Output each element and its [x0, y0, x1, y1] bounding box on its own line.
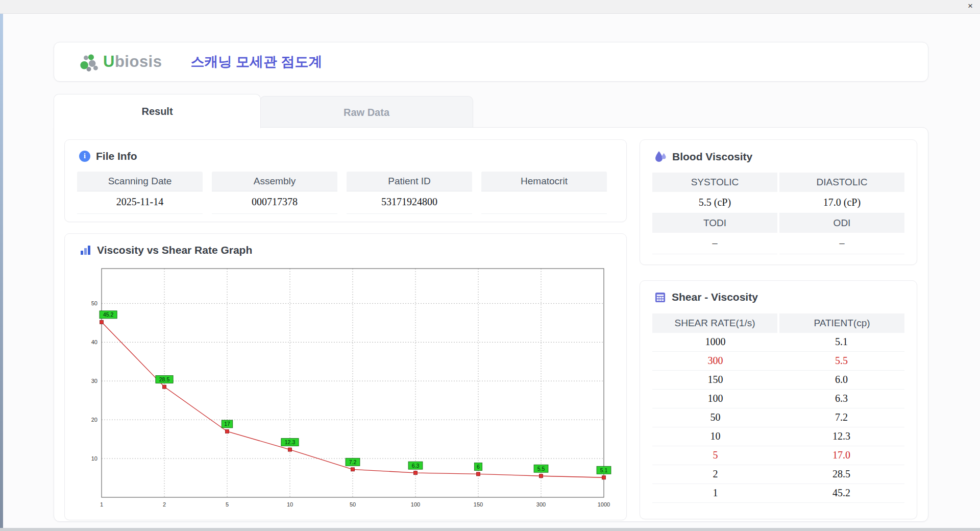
- patient-cell: 12.3: [778, 427, 904, 446]
- svg-text:20: 20: [91, 417, 97, 423]
- svg-text:12.3: 12.3: [285, 439, 296, 445]
- graph-card: Viscosity vs Shear Rate Graph 1020304050…: [64, 233, 627, 520]
- shear-rate-cell: 1000: [652, 333, 778, 352]
- shear-viscosity-title: Shear - Viscosity: [672, 291, 758, 303]
- page-title: 스캐닝 모세관 점도계: [190, 53, 322, 71]
- shear-rate-cell: 150: [652, 371, 778, 390]
- field-value: 2025-11-14: [77, 191, 203, 214]
- patient-column-header: PATIENT(cp): [779, 313, 904, 333]
- svg-text:2: 2: [163, 501, 166, 508]
- result-panel: i File Info Scanning Date 2025-11-14 Ass…: [54, 127, 928, 522]
- info-icon: i: [79, 151, 90, 162]
- svg-text:1000: 1000: [598, 501, 610, 508]
- field-label: Assembly: [212, 172, 337, 191]
- field-label: Patient ID: [347, 172, 472, 191]
- blood-viscosity-title: Blood Viscosity: [672, 151, 752, 163]
- svg-text:28.5: 28.5: [159, 376, 170, 382]
- table-row: 1012.3: [652, 427, 904, 446]
- shear-rate-cell: 300: [652, 352, 778, 371]
- shear-viscosity-card: Shear - Viscosity SHEAR RATE(1/s) PATIEN…: [640, 280, 917, 519]
- tab-raw-data[interactable]: Raw Data: [260, 96, 473, 128]
- svg-text:5.5: 5.5: [537, 466, 545, 472]
- shear-rate-cell: 5: [652, 446, 778, 465]
- shear-rate-cell: 1: [652, 484, 778, 503]
- field-patient-id: Patient ID 53171924800: [347, 172, 472, 214]
- viscosity-chart: 10203040501251050100150300100045.228.517…: [78, 262, 613, 515]
- svg-text:300: 300: [536, 501, 546, 508]
- svg-text:40: 40: [91, 339, 97, 345]
- patient-cell: 17.0: [778, 446, 904, 465]
- svg-text:6: 6: [477, 464, 480, 470]
- shear-table: SHEAR RATE(1/s) PATIENT(cp) 10005.13005.…: [652, 313, 904, 503]
- window-bottom-edge: [0, 528, 980, 531]
- field-value: [481, 191, 607, 214]
- table-row: 507.2: [652, 408, 904, 427]
- svg-text:5: 5: [226, 501, 229, 508]
- svg-text:45.2: 45.2: [103, 311, 114, 318]
- blood-viscosity-table: SYSTOLIC DIASTOLIC 5.5 (cP) 17.0 (cP) TO…: [652, 173, 904, 254]
- graph-title: Viscosity vs Shear Rate Graph: [97, 244, 252, 256]
- close-icon[interactable]: ×: [968, 1, 973, 11]
- svg-text:50: 50: [91, 300, 97, 306]
- svg-text:100: 100: [411, 501, 420, 508]
- todi-value: –: [652, 233, 777, 254]
- patient-cell: 28.5: [778, 465, 904, 484]
- svg-text:7.2: 7.2: [349, 459, 357, 465]
- odi-header: ODI: [779, 213, 904, 233]
- patient-cell: 6.0: [778, 371, 904, 390]
- shear-rate-cell: 50: [652, 408, 778, 427]
- svg-text:10: 10: [91, 455, 97, 462]
- file-info-title: File Info: [96, 150, 137, 162]
- shear-rate-column-header: SHEAR RATE(1/s): [652, 313, 777, 333]
- table-icon: [654, 292, 666, 303]
- table-row: 228.5: [652, 465, 904, 484]
- svg-text:6.3: 6.3: [412, 463, 420, 469]
- brand-name: Ubiosis: [103, 53, 162, 71]
- file-info-card: i File Info Scanning Date 2025-11-14 Ass…: [64, 139, 627, 222]
- svg-text:17: 17: [224, 421, 230, 427]
- table-row: 145.2: [652, 484, 904, 503]
- table-row: 3005.5: [652, 352, 904, 371]
- shear-rate-cell: 10: [652, 427, 778, 446]
- logo: Ubiosis: [79, 52, 162, 72]
- systolic-header: SYSTOLIC: [652, 173, 777, 192]
- chart-holder: 10203040501251050100150300100045.228.517…: [78, 262, 613, 517]
- odi-value: –: [779, 233, 904, 254]
- diastolic-header: DIASTOLIC: [779, 173, 904, 192]
- field-scanning-date: Scanning Date 2025-11-14: [77, 172, 203, 214]
- patient-cell: 7.2: [778, 408, 904, 427]
- shear-table-body: 10005.13005.51506.01006.3507.21012.3517.…: [652, 333, 904, 503]
- blood-viscosity-card: Blood Viscosity SYSTOLIC DIASTOLIC 5.5 (…: [640, 139, 917, 265]
- table-row: 1506.0: [652, 371, 904, 390]
- bar-chart-icon: [79, 244, 91, 256]
- patient-cell: 6.3: [778, 390, 904, 408]
- svg-text:30: 30: [91, 378, 97, 384]
- svg-text:10: 10: [287, 501, 293, 508]
- table-row: 1006.3: [652, 390, 904, 408]
- todi-header: TODI: [652, 213, 777, 233]
- diastolic-value: 17.0 (cP): [779, 192, 904, 213]
- window-edge-strip: [0, 0, 3, 531]
- patient-cell: 5.1: [778, 333, 904, 352]
- systolic-value: 5.5 (cP): [652, 192, 777, 213]
- field-value: 000717378: [212, 191, 337, 214]
- field-value: 53171924800: [347, 191, 472, 214]
- window-titlebar: ×: [0, 0, 980, 14]
- table-row: 517.0: [652, 446, 904, 465]
- droplet-icon: [654, 150, 667, 163]
- svg-text:1: 1: [100, 501, 103, 508]
- field-label: Scanning Date: [77, 172, 203, 191]
- field-assembly: Assembly 000717378: [212, 172, 337, 214]
- field-hematocrit: Hematocrit: [481, 172, 607, 214]
- ubiosis-logo-icon: [79, 52, 99, 72]
- table-row: 10005.1: [652, 333, 904, 352]
- svg-text:150: 150: [474, 501, 483, 508]
- shear-rate-cell: 100: [652, 390, 778, 408]
- tab-result[interactable]: Result: [54, 94, 261, 128]
- shear-rate-cell: 2: [652, 465, 778, 484]
- patient-cell: 45.2: [778, 484, 904, 503]
- header-card: Ubiosis 스캐닝 모세관 점도계: [54, 42, 928, 82]
- patient-cell: 5.5: [778, 352, 904, 371]
- field-label: Hematocrit: [481, 172, 607, 191]
- svg-text:5.1: 5.1: [600, 467, 608, 473]
